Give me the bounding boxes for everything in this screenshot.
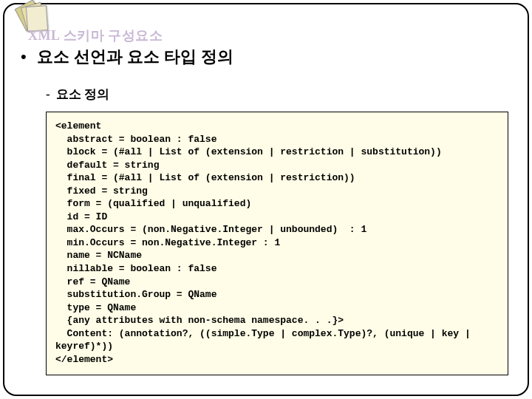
sub-bullet-marker: - bbox=[46, 87, 50, 102]
bullet-text: 요소 선언과 요소 타입 정의 bbox=[37, 46, 233, 68]
faded-background-title: XML 스키마 구성요소 bbox=[28, 27, 163, 44]
code-block: <element abstract = boolean : false bloc… bbox=[46, 112, 508, 375]
content-area: • 요소 선언과 요소 타입 정의 - 요소 정의 <element abstr… bbox=[21, 46, 511, 375]
bullet-row: • 요소 선언과 요소 타입 정의 bbox=[21, 46, 511, 68]
bullet-marker: • bbox=[21, 49, 27, 65]
sub-bullet-text: 요소 정의 bbox=[56, 86, 109, 103]
sub-bullet-row: - 요소 정의 bbox=[46, 86, 511, 103]
